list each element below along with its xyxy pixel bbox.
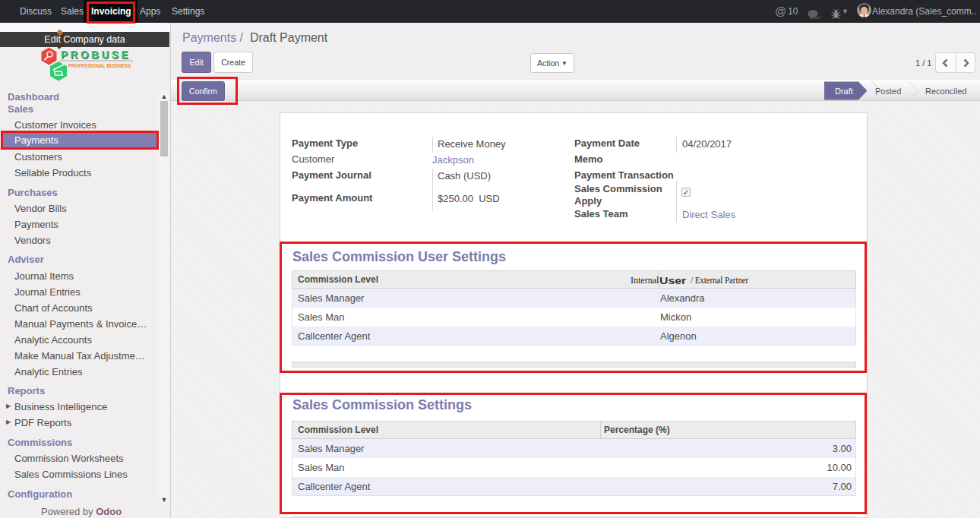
svg-text:Reconciled: Reconciled — [925, 87, 966, 96]
svg-text:PROBUSE: PROBUSE — [61, 48, 131, 61]
svg-text:Posted: Posted — [875, 87, 901, 96]
svg-text:Draft: Draft — [835, 87, 853, 96]
svg-text:PROFESSIONAL BUSINESS: PROFESSIONAL BUSINESS — [68, 62, 131, 69]
